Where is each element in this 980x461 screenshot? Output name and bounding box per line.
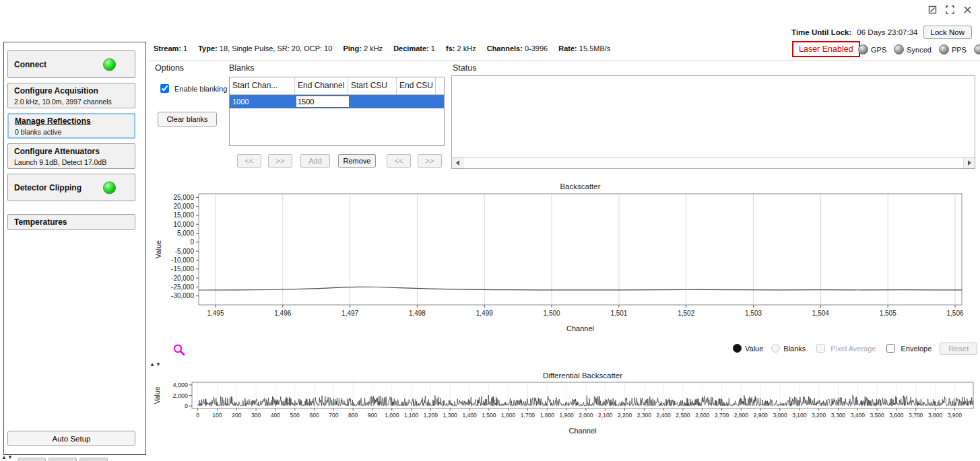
application-window: Time Until Lock: 06 Days 23:07:34 Lock N…: [0, 0, 980, 461]
zoom-magnifier-icon[interactable]: [172, 343, 186, 359]
svg-text:1,500: 1,500: [482, 412, 496, 419]
svg-text:Channel: Channel: [569, 427, 597, 435]
svg-text:2,200: 2,200: [618, 412, 632, 419]
shift-right-button[interactable]: >>: [268, 154, 292, 168]
stream-label: Stream:: [154, 44, 181, 52]
svg-text:10,000: 10,000: [173, 221, 194, 228]
svg-text:Backscatter: Backscatter: [560, 182, 600, 190]
svg-text:2,700: 2,700: [715, 412, 729, 419]
svg-text:-15,000: -15,000: [171, 265, 194, 273]
svg-text:2,000: 2,000: [172, 392, 188, 399]
csu-shift-left-button[interactable]: <<: [387, 154, 411, 168]
svg-text:3,300: 3,300: [831, 412, 846, 419]
svg-text:3,700: 3,700: [909, 412, 923, 419]
bottom-splitter-handle[interactable]: ▲▼: [1, 454, 13, 460]
enable-blanking-checkbox[interactable]: [160, 84, 169, 93]
sidebar-item-subtitle: 2.0 kHz, 10.0m, 3997 channels: [14, 98, 135, 106]
svg-text:3,800: 3,800: [928, 412, 943, 419]
svg-text:1,700: 1,700: [521, 412, 535, 419]
window-controls: [927, 4, 973, 15]
legend-value-label: Value: [745, 345, 763, 353]
svg-text:1,500: 1,500: [544, 310, 560, 317]
reset-zoom-button[interactable]: Reset: [940, 343, 977, 355]
sidebar-item-configure-acquisition[interactable]: Configure Acquisition 2.0 kHz, 10.0m, 39…: [7, 83, 135, 108]
options-group-label: Options: [155, 63, 184, 73]
svg-text:200: 200: [232, 412, 241, 419]
blanks-group-label: Blanks: [229, 63, 255, 73]
svg-text:2,900: 2,900: [754, 412, 769, 419]
scrollbar-track[interactable]: [463, 157, 964, 168]
column-end-channel[interactable]: End Channel: [295, 77, 348, 94]
sidebar-item-label: Temperatures: [14, 217, 135, 227]
sidebar-item-detector-clipping[interactable]: Detector Clipping: [7, 174, 135, 201]
column-end-csu[interactable]: End CSU: [397, 77, 436, 94]
svg-text:600: 600: [309, 412, 319, 419]
float-window-icon[interactable]: [927, 4, 938, 15]
svg-text:1,497: 1,497: [341, 310, 358, 317]
bottom-tab-stub[interactable]: [48, 458, 77, 461]
close-icon[interactable]: [962, 4, 973, 15]
svg-text:3,900: 3,900: [948, 412, 962, 419]
x-axis: 01002003004005006007008009001,0001,1001,…: [196, 409, 962, 419]
shift-left-button[interactable]: <<: [237, 154, 261, 168]
remove-blank-button[interactable]: Remove: [338, 154, 376, 168]
channels-label: Channels:: [487, 44, 523, 52]
fs-label: fs:: [446, 44, 455, 52]
synced-status-icon: [894, 44, 904, 55]
sidebar-item-temperatures[interactable]: Temperatures: [7, 214, 135, 230]
sidebar-item-manage-reflections[interactable]: Manage Reflections 0 blanks active: [7, 113, 135, 139]
svg-text:0: 0: [190, 238, 194, 246]
svg-text:-30,000: -30,000: [171, 292, 194, 299]
csu-shift-right-button[interactable]: >>: [418, 154, 442, 168]
svg-text:Value: Value: [154, 240, 162, 258]
svg-text:900: 900: [368, 412, 377, 419]
envelope-checkbox[interactable]: [886, 344, 895, 353]
bottom-tab-stub[interactable]: [18, 458, 46, 461]
chart-splitter-handle[interactable]: ▲▼: [150, 361, 162, 367]
svg-text:1,498: 1,498: [409, 310, 426, 317]
scroll-left-icon[interactable]: [452, 157, 463, 168]
gps-status-icon: [858, 44, 868, 55]
type-label: Type:: [198, 44, 218, 52]
backscatter-chart[interactable]: 25,00020,00015,00010,0005,0000-5,000-10,…: [152, 182, 975, 341]
svg-text:1,300: 1,300: [443, 412, 458, 419]
laser-enabled-badge: Laser Enabled: [792, 41, 860, 57]
clear-blanks-button[interactable]: Clear blanks: [158, 112, 217, 127]
differential-backscatter-chart[interactable]: 4,0002,000001002003004005006007008009001…: [152, 370, 979, 444]
cell-start-channel[interactable]: 1000: [230, 98, 295, 106]
end-channel-editor[interactable]: [296, 96, 350, 108]
sidebar-item-configure-attenuators[interactable]: Configure Attenuators Launch 9.1dB, Dete…: [7, 143, 135, 169]
sidebar-item-subtitle: Launch 9.1dB, Detect 17.0dB: [14, 158, 135, 166]
svg-text:400: 400: [271, 412, 280, 419]
pixel-average-checkbox[interactable]: [816, 344, 825, 353]
pps-label: PPS: [952, 46, 967, 54]
svg-text:800: 800: [348, 412, 358, 419]
add-blank-button[interactable]: Add: [300, 154, 330, 168]
svg-text:3,000: 3,000: [773, 412, 787, 419]
blanks-table: Start Chan... End Channel Start CSU End …: [229, 77, 445, 146]
column-start-channel[interactable]: Start Chan...: [230, 77, 295, 94]
sidebar-item-connect[interactable]: Connect: [7, 50, 135, 78]
x-axis: 1,4951,4961,4971,4981,4991,5001,5011,502…: [207, 305, 964, 317]
bottom-tab-stub[interactable]: [79, 458, 108, 461]
header-divider: [148, 61, 980, 61]
blanks-table-header: Start Chan... End Channel Start CSU End …: [230, 77, 444, 95]
svg-text:1,495: 1,495: [207, 310, 224, 317]
svg-text:0: 0: [196, 412, 199, 419]
blanks-table-row-selected[interactable]: 1000: [230, 95, 444, 108]
maximize-icon[interactable]: [944, 4, 956, 15]
status-group-label: Status: [453, 63, 476, 73]
auto-setup-button[interactable]: Auto Setup: [7, 431, 135, 446]
svg-text:Channel: Channel: [566, 324, 594, 332]
svg-text:1,505: 1,505: [880, 310, 896, 317]
column-start-csu[interactable]: Start CSU: [348, 77, 397, 94]
svg-text:1,100: 1,100: [404, 412, 419, 419]
sidebar-item-label: Manage Reflections: [15, 116, 134, 126]
decimate-value: 1: [431, 44, 435, 52]
pixel-average-label: Pixel Average: [830, 345, 876, 353]
scroll-right-icon[interactable]: [964, 157, 975, 168]
status-hscrollbar[interactable]: [452, 157, 975, 168]
svg-text:2,600: 2,600: [695, 412, 710, 419]
lock-now-button[interactable]: Lock Now: [923, 26, 973, 39]
legend-blanks-label: Blanks: [783, 345, 806, 353]
